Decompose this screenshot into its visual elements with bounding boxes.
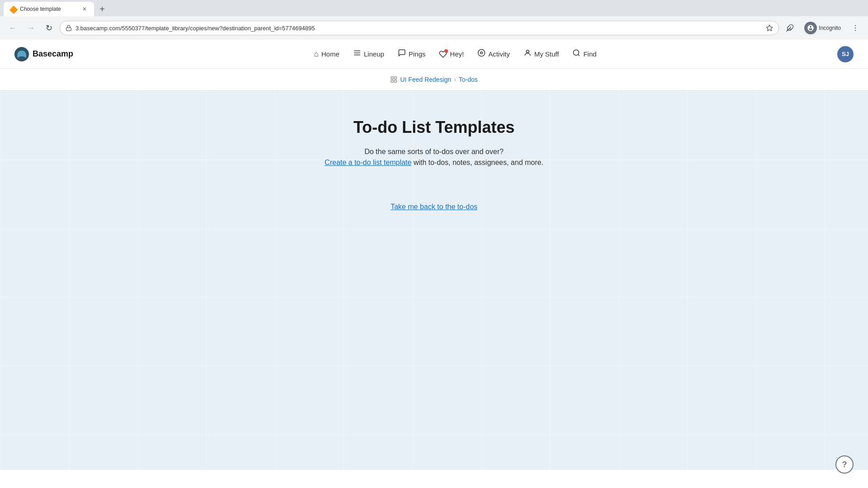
address-bar: ← → ↻ [0, 16, 868, 40]
svg-point-8 [18, 56, 25, 59]
forward-button[interactable]: → [24, 21, 38, 35]
incognito-label: Incognito [819, 25, 841, 31]
incognito-avatar [804, 22, 817, 34]
breadcrumb-bar: UI Feed Redesign › To-dos [0, 69, 868, 91]
hey-icon-wrap [439, 50, 447, 58]
back-to-todos-link[interactable]: Take me back to the to-dos [391, 203, 477, 211]
nav-pings-label: Pings [409, 50, 426, 58]
svg-rect-20 [395, 80, 397, 82]
nav-home-label: Home [321, 50, 340, 58]
pings-icon [398, 49, 406, 59]
nav-home[interactable]: ⌂ Home [307, 46, 345, 62]
nav-mystuff-label: My Stuff [534, 50, 559, 58]
tab-bar: 🔶 Choose template ✕ + [0, 0, 868, 16]
tab-favicon: 🔶 [9, 5, 16, 13]
address-bar-right: Incognito [783, 20, 863, 36]
bookmark-icon[interactable] [766, 24, 773, 32]
description-suffix: with to-dos, notes, assignees, and more. [414, 159, 543, 166]
incognito-indicator[interactable]: Incognito [800, 20, 845, 36]
nav-hey-label: Hey! [450, 50, 464, 58]
main-content: To-do List Templates Do the same sorts o… [0, 91, 868, 470]
nav-activity-label: Activity [488, 50, 510, 58]
tab-close-button[interactable]: ✕ [80, 5, 89, 13]
user-avatar[interactable]: SJ [837, 46, 854, 62]
new-tab-button[interactable]: + [96, 3, 108, 15]
svg-rect-17 [391, 77, 393, 79]
nav-mystuff[interactable]: My Stuff [517, 45, 566, 63]
nav-lineup[interactable]: Lineup [347, 45, 391, 63]
nav-find[interactable]: Find [566, 45, 603, 63]
svg-point-12 [478, 50, 485, 56]
app-nav: Basecamp ⌂ Home Lineup [0, 40, 868, 69]
nav-find-label: Find [583, 50, 596, 58]
svg-point-4 [855, 25, 856, 26]
svg-marker-1 [767, 25, 773, 31]
nav-links: ⌂ Home Lineup Pings [307, 45, 603, 63]
app-wrapper: Basecamp ⌂ Home Lineup [0, 40, 868, 470]
lineup-icon [353, 49, 361, 59]
find-icon [572, 49, 580, 59]
activity-icon [477, 49, 486, 59]
mystuff-icon [524, 49, 532, 59]
url-bar[interactable] [60, 21, 779, 35]
extensions-button[interactable] [783, 21, 797, 35]
svg-line-16 [578, 54, 580, 56]
lock-icon [66, 25, 72, 31]
breadcrumb-section: To-dos [459, 76, 478, 83]
description-line1: Do the same sorts of to-dos over and ove… [364, 148, 504, 156]
hey-notification-dot [444, 49, 448, 53]
browser-chrome: 🔶 Choose template ✕ + ← → ↻ [0, 0, 868, 40]
svg-rect-0 [66, 28, 71, 30]
page-title: To-do List Templates [354, 118, 515, 137]
basecamp-logo-icon [14, 47, 29, 61]
svg-point-15 [574, 50, 579, 55]
help-button[interactable]: ? [835, 455, 854, 474]
nav-activity[interactable]: Activity [471, 45, 516, 63]
nav-pings[interactable]: Pings [392, 45, 432, 63]
menu-button[interactable] [848, 21, 863, 35]
breadcrumb-project[interactable]: UI Feed Redesign [400, 76, 451, 83]
url-input[interactable] [75, 25, 762, 32]
tab-title: Choose template [20, 6, 77, 12]
brand-logo[interactable]: Basecamp [14, 47, 73, 61]
home-icon: ⌂ [314, 50, 318, 59]
svg-point-6 [855, 30, 856, 31]
svg-point-14 [526, 50, 529, 53]
brand-name: Basecamp [33, 49, 73, 59]
nav-hey[interactable]: Hey! [433, 47, 470, 62]
breadcrumb-separator: › [454, 76, 456, 83]
active-tab[interactable]: 🔶 Choose template ✕ [4, 2, 94, 16]
nav-lineup-label: Lineup [364, 50, 384, 58]
svg-point-5 [855, 28, 856, 28]
svg-rect-18 [395, 77, 397, 79]
create-template-link[interactable]: Create a to-do list template [325, 159, 411, 166]
svg-rect-19 [391, 80, 393, 82]
back-button[interactable]: ← [5, 21, 20, 35]
description-line2: Create a to-do list template with to-dos… [325, 159, 543, 167]
grid-icon [390, 76, 397, 83]
svg-point-13 [481, 52, 483, 54]
refresh-button[interactable]: ↻ [42, 21, 56, 35]
